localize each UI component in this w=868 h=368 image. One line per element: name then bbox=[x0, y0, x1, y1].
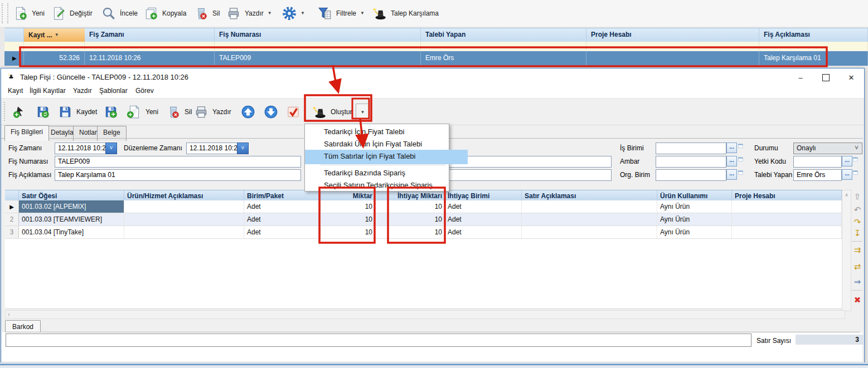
column-header-talebi-yapan[interactable]: Talebi Yapan bbox=[421, 28, 586, 42]
cell-birim-paket[interactable]: Adet bbox=[244, 200, 321, 213]
fis-zamani-dropdown[interactable]: ˅ bbox=[105, 143, 117, 154]
new-record-button[interactable]: Yeni bbox=[13, 2, 45, 24]
cell-satir-aciklamasi[interactable] bbox=[522, 213, 657, 225]
column-header-proje-hesabi[interactable]: Proje Hesabı bbox=[732, 190, 842, 201]
duzenleme-zamani-input[interactable]: 12.11.2018 10:26 bbox=[186, 143, 237, 154]
save-button[interactable]: Kaydet bbox=[58, 103, 97, 121]
main-grid-filter-row[interactable] bbox=[4, 42, 868, 51]
cell-miktar[interactable]: 10 bbox=[321, 213, 375, 225]
column-header-urun-kullanimi[interactable]: Ürün Kullanımı bbox=[657, 190, 732, 201]
talebi-yapan-window-button[interactable] bbox=[852, 170, 861, 179]
select-add-button[interactable] bbox=[13, 103, 28, 121]
close-button[interactable]: ✕ bbox=[842, 68, 861, 87]
filter-dropdown-caret[interactable]: ▼ bbox=[360, 11, 365, 16]
column-header-proje-hesabi[interactable]: Proje Hesabı bbox=[586, 28, 759, 42]
yetki-kodu-input[interactable] bbox=[793, 156, 842, 168]
cell-satir-aciklamasi[interactable] bbox=[522, 200, 657, 213]
horizontal-scrollbar[interactable]: ‹ bbox=[5, 310, 845, 319]
print-dropdown-caret[interactable]: ▼ bbox=[268, 11, 272, 16]
delete-record-button[interactable]: Sil bbox=[194, 2, 220, 24]
undo-line-icon[interactable]: ↶ bbox=[852, 204, 863, 215]
fis-aciklamasi-input[interactable]: Talep Karşılama 01 bbox=[55, 169, 301, 181]
cell-ihtiyac-miktari[interactable]: 10 bbox=[375, 226, 445, 238]
is-birimi-lookup-button[interactable]: ... bbox=[726, 143, 737, 153]
cell-satir-ogesi[interactable]: 001.03.03 [TEAMVIEWER] bbox=[19, 213, 124, 225]
cell-birim-paket[interactable]: Adet bbox=[244, 213, 321, 225]
menu-yazdir[interactable]: Yazdır bbox=[73, 87, 92, 98]
cell-satir-ogesi[interactable]: 001.03.04 [TinyTake] bbox=[19, 226, 124, 238]
column-header-satir-ogesi[interactable]: Satır Öğesi bbox=[19, 190, 124, 201]
menu-gorev[interactable]: Görev bbox=[135, 87, 154, 98]
transfer-lines-icon[interactable]: ⇄ bbox=[852, 261, 863, 272]
cell-satir-aciklamasi[interactable] bbox=[522, 226, 657, 238]
cell-proje-hesabi[interactable] bbox=[732, 213, 842, 225]
print-button[interactable]: Yazdır ▼ bbox=[226, 2, 272, 24]
save-refresh-button[interactable] bbox=[36, 103, 50, 121]
fis-numarasi-input[interactable]: TALEP009 bbox=[55, 156, 301, 168]
cell-ihtiyac-birimi[interactable]: Adet bbox=[445, 213, 522, 225]
scroll-up-icon[interactable]: ∧ bbox=[845, 192, 848, 198]
save-add-button[interactable] bbox=[104, 103, 118, 121]
delete-line-icon[interactable]: ✖ bbox=[852, 295, 863, 306]
settings-button[interactable]: ▼ bbox=[282, 2, 305, 24]
cell-ihtiyac-birimi[interactable]: Adet bbox=[445, 226, 522, 238]
cell-urun-hizmet[interactable] bbox=[124, 213, 244, 225]
org-birim-window-button[interactable] bbox=[738, 170, 746, 179]
window-titlebar[interactable]: Talep Fişi : Güncelle - TALEP009 - 12.11… bbox=[1, 68, 864, 87]
fis-zamani-input[interactable]: 12.11.2018 10:26 bbox=[55, 143, 106, 154]
cell-miktar[interactable]: 10 bbox=[321, 226, 375, 238]
edit-record-button[interactable]: Değiştir bbox=[51, 2, 93, 24]
ambar-input[interactable] bbox=[656, 156, 726, 168]
column-header-fis-aciklamasi[interactable]: Fiş Açıklaması bbox=[759, 28, 868, 42]
delete-line-button[interactable]: Sil bbox=[166, 103, 192, 121]
cell-ihtiyac-birimi[interactable]: Adet bbox=[445, 200, 522, 213]
menu-ilgili-kayitlar[interactable]: İlgili Kayıtlar bbox=[30, 87, 66, 98]
vertical-scrollbar[interactable]: ∧ bbox=[842, 190, 851, 311]
cell-satir-ogesi[interactable]: 001.03.02 [ALPEMIX] bbox=[19, 200, 124, 213]
org-birim-input[interactable] bbox=[656, 169, 726, 181]
table-row-selected[interactable]: ▶ 52.326 12.11.2018 10:26 TALEP009 Emre … bbox=[4, 51, 868, 66]
cell-birim-paket[interactable]: Adet bbox=[244, 226, 321, 238]
scroll-left-icon[interactable]: ‹ bbox=[8, 311, 10, 317]
org-birim-lookup-button[interactable]: ... bbox=[726, 169, 737, 180]
talep-karsilama-button[interactable]: Talep Karşılama bbox=[372, 2, 439, 24]
table-row[interactable]: 2 001.03.03 [TEAMVIEWER] Adet 10 10 Adet… bbox=[5, 213, 842, 226]
cell-ihtiyac-miktari[interactable]: 10 bbox=[375, 213, 445, 225]
column-header-fis-numarasi[interactable]: Fiş Numarası bbox=[215, 28, 421, 42]
insert-line-icon[interactable]: ↧ bbox=[852, 228, 863, 239]
menu-sablonlar[interactable]: Şablonlar bbox=[99, 87, 128, 98]
yetki-kodu-window-button[interactable] bbox=[852, 156, 861, 165]
move-up-button[interactable] bbox=[241, 103, 255, 121]
copy-record-button[interactable]: Kopyala bbox=[144, 2, 186, 24]
durumu-select[interactable]: Onaylı ˅ bbox=[793, 143, 862, 154]
table-row[interactable]: ▶ 001.03.02 [ALPEMIX] Adet 10 10 Adet Ay… bbox=[5, 200, 842, 213]
barkod-input[interactable] bbox=[6, 333, 751, 347]
toolbar-grip[interactable] bbox=[7, 3, 8, 23]
cell-urun-hizmet[interactable] bbox=[124, 226, 244, 238]
new-line-button[interactable]: Yeni bbox=[127, 103, 158, 121]
menu-item-secili-satir-siparis[interactable]: Seçili Satırın Tedarikçisine Sipariş bbox=[305, 179, 468, 193]
cell-proje-hesabi[interactable] bbox=[732, 226, 842, 238]
toolbar-grip[interactable] bbox=[4, 102, 5, 121]
tab-fis-bilgileri[interactable]: Fiş Bilgileri bbox=[4, 125, 49, 141]
ambar-lookup-button[interactable]: ... bbox=[726, 156, 737, 166]
ambar-window-button[interactable] bbox=[738, 156, 746, 165]
filter-button[interactable]: Filtrele ▼ bbox=[318, 2, 365, 24]
settings-dropdown-caret[interactable]: ▼ bbox=[300, 11, 305, 16]
move-down-button[interactable] bbox=[264, 103, 278, 121]
toolbar-grip[interactable] bbox=[2, 3, 3, 23]
column-header-urun-hizmet[interactable]: Ürün/Hizmet Açıklaması bbox=[124, 190, 244, 201]
table-row[interactable]: 3 001.03.04 [TinyTake] Adet 10 10 Adet A… bbox=[5, 226, 842, 239]
column-header-fis-zamani[interactable]: Fiş Zamanı bbox=[85, 28, 215, 42]
print-button[interactable]: Yazdır bbox=[194, 103, 231, 121]
approve-button[interactable] bbox=[286, 103, 300, 121]
talebi-yapan-lookup-button[interactable]: ... bbox=[842, 169, 852, 180]
copy-lines-icon[interactable]: ⇉ bbox=[852, 244, 863, 256]
move-line-up-icon[interactable]: ⇧ bbox=[852, 191, 863, 202]
menu-item-tum-satirlar-fiyat[interactable]: Tüm Satırlar İçin Fiyat Talebi bbox=[305, 150, 468, 164]
redo-line-icon[interactable]: ↷ bbox=[852, 217, 863, 228]
yetki-kodu-lookup-button[interactable]: ... bbox=[842, 156, 852, 166]
column-header-kayit[interactable]: Kayıt ... ▼ bbox=[24, 28, 85, 42]
inspect-record-button[interactable]: İncele bbox=[101, 2, 138, 24]
menu-kayit[interactable]: Kayıt bbox=[8, 87, 23, 98]
